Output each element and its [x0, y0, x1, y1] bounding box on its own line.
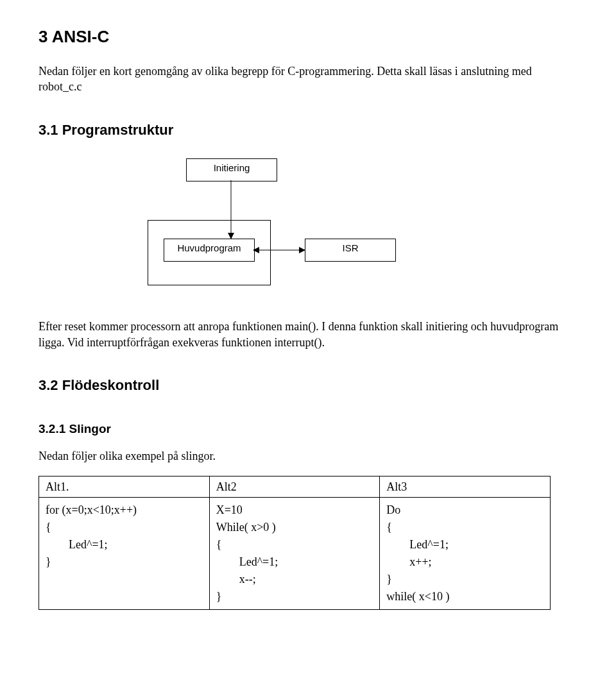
svg-marker-4	[253, 247, 259, 253]
code-alt2: X=10 While( x>0 ) { Led^=1; x--; }	[216, 502, 373, 605]
section-3-heading: 3 ANSI-C	[38, 26, 578, 48]
svg-marker-2	[228, 233, 234, 239]
code-cell-alt3: Do { Led^=1; x++; } while( x<10 )	[380, 497, 551, 609]
section-3-2-heading: 3.2 Flödeskontroll	[38, 376, 578, 395]
section-3-2-1-intro: Nedan följer olika exempel på slingor.	[38, 448, 578, 464]
diagram-arrows	[116, 158, 398, 299]
section-3-1-after: Efter reset kommer processorn att anropa…	[38, 319, 578, 350]
table-row: Alt1. Alt2 Alt3	[39, 476, 551, 497]
program-structure-diagram: Initiering Huvudprogram ISR	[116, 158, 398, 299]
svg-marker-5	[299, 247, 305, 253]
code-cell-alt1: for (x=0;x<10;x++) { Led^=1; }	[39, 497, 210, 609]
table-row: for (x=0;x<10;x++) { Led^=1; } X=10 Whil…	[39, 497, 551, 609]
code-cell-alt2: X=10 While( x>0 ) { Led^=1; x--; }	[209, 497, 380, 609]
section-3-1-heading: 3.1 Programstruktur	[38, 121, 578, 140]
section-3-intro: Nedan följer en kort genomgång av olika …	[38, 63, 578, 95]
code-alt3: Do { Led^=1; x++; } while( x<10 )	[386, 502, 543, 605]
code-alt1: for (x=0;x<10;x++) { Led^=1; }	[46, 502, 203, 571]
col-header-alt2: Alt2	[209, 476, 380, 497]
loop-examples-table: Alt1. Alt2 Alt3 for (x=0;x<10;x++) { Led…	[38, 476, 551, 610]
col-header-alt1: Alt1.	[39, 476, 210, 497]
col-header-alt3: Alt3	[380, 476, 551, 497]
section-3-2-1-heading: 3.2.1 Slingor	[38, 421, 578, 437]
